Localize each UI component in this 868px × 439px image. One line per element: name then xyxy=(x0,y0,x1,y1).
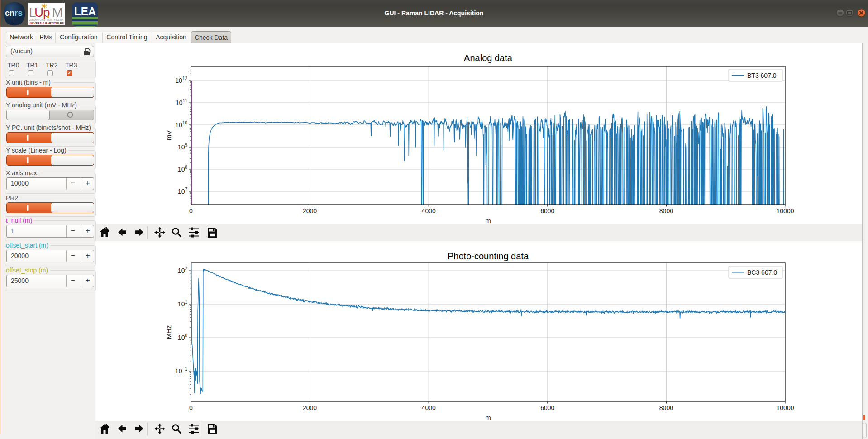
svg-text:LABORATOIRE MONTPELLIER: LABORATOIRE MONTPELLIER xyxy=(29,18,63,21)
svg-text:4000: 4000 xyxy=(422,404,436,411)
svg-text:4000: 4000 xyxy=(422,207,436,215)
svg-text:10000: 10000 xyxy=(777,404,794,411)
svg-text:UNIVERS & PARTICULES: UNIVERS & PARTICULES xyxy=(29,21,64,25)
svg-text:0: 0 xyxy=(189,207,193,215)
svg-text:2000: 2000 xyxy=(303,404,317,411)
svg-text:0: 0 xyxy=(189,404,193,411)
svg-text:MHz: MHz xyxy=(165,325,172,339)
svg-text:6000: 6000 xyxy=(540,207,554,215)
svg-text:8000: 8000 xyxy=(659,404,673,411)
svg-text:m: m xyxy=(485,414,491,421)
svg-text:10000: 10000 xyxy=(777,207,794,215)
svg-text:2000: 2000 xyxy=(303,207,317,215)
svg-text:8000: 8000 xyxy=(659,207,673,215)
svg-text:Photo-counting data: Photo-counting data xyxy=(448,251,529,261)
svg-text:6000: 6000 xyxy=(540,404,554,411)
svg-text:m: m xyxy=(485,217,491,224)
svg-text:Analog data: Analog data xyxy=(464,53,513,63)
svg-text:BC3 607.0: BC3 607.0 xyxy=(747,269,777,276)
svg-text:mV: mV xyxy=(165,130,172,141)
svg-text:BT3 607.0: BT3 607.0 xyxy=(747,72,777,79)
